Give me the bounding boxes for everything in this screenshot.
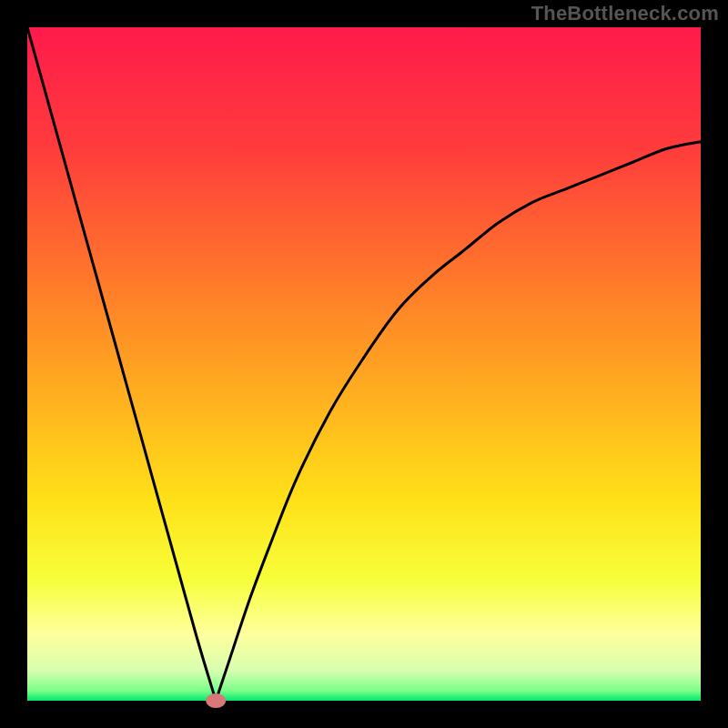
watermark-text: TheBottleneck.com <box>531 2 719 25</box>
bottleneck-curve-chart <box>0 0 728 728</box>
plot-background <box>27 27 701 701</box>
minimum-marker <box>206 693 226 708</box>
chart-frame: TheBottleneck.com <box>0 0 728 728</box>
